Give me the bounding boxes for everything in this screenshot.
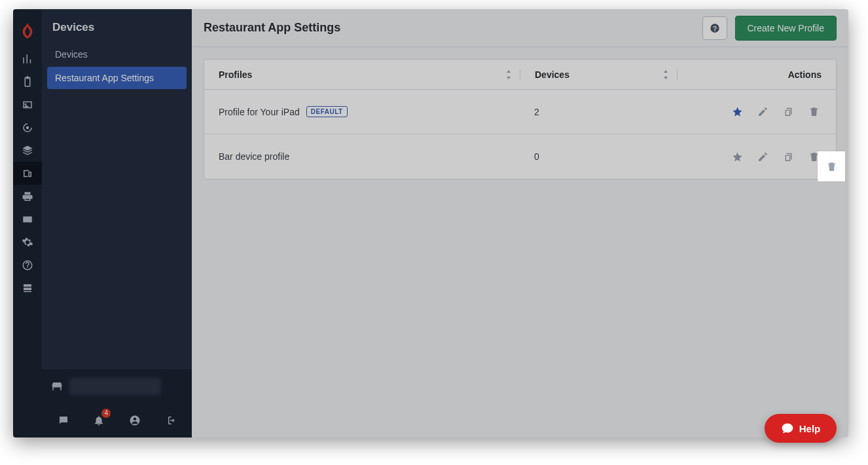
col-header-profiles[interactable]: Profiles — [204, 69, 520, 80]
icon-rail — [13, 9, 42, 437]
page-help-button[interactable] — [702, 16, 727, 40]
star-icon — [732, 151, 743, 162]
footer-chat-icon[interactable] — [53, 410, 74, 431]
table-row: Profile for Your iPad DEFAULT 2 — [204, 90, 836, 134]
nav-server-icon[interactable] — [13, 276, 42, 299]
profiles-table: Profiles Devices Actions Profile for You… — [204, 59, 837, 179]
question-circle-icon — [710, 23, 720, 33]
main: Restaurant App Settings Create New Profi… — [192, 9, 848, 437]
store-switcher[interactable] — [42, 369, 192, 403]
profile-name: Profile for Your iPad — [219, 107, 300, 117]
store-icon — [51, 381, 63, 392]
delete-button[interactable] — [806, 104, 822, 120]
nav-layers-icon[interactable] — [13, 139, 42, 162]
svg-point-0 — [26, 126, 29, 129]
page-title: Restaurant App Settings — [204, 21, 702, 35]
col-header-devices[interactable]: Devices — [520, 69, 677, 80]
edit-button[interactable] — [755, 104, 770, 120]
footer-account-icon[interactable] — [124, 410, 145, 431]
delete-button-highlighted[interactable] — [818, 151, 845, 181]
copy-icon — [783, 151, 794, 162]
main-header: Restaurant App Settings Create New Profi… — [192, 9, 848, 47]
footer-notifications-icon[interactable]: 4 — [88, 410, 109, 431]
table-row: Bar device profile 0 — [204, 134, 836, 179]
duplicate-button[interactable] — [780, 149, 796, 164]
pencil-icon — [757, 151, 769, 162]
nav-devices-icon[interactable] — [13, 162, 42, 185]
sort-icon — [505, 70, 512, 79]
edit-button[interactable] — [755, 149, 770, 164]
footer-logout-icon[interactable] — [160, 410, 181, 431]
help-fab[interactable]: Help — [765, 414, 837, 443]
nav-settings-icon[interactable] — [13, 231, 42, 253]
nav-clipboard-icon[interactable] — [13, 70, 42, 93]
device-count: 0 — [534, 151, 539, 162]
copy-icon — [783, 106, 794, 117]
sort-icon — [662, 70, 669, 79]
profile-name: Bar device profile — [219, 151, 289, 162]
nav-id-icon[interactable] — [13, 93, 42, 116]
nav-card-icon[interactable] — [13, 208, 42, 231]
table-header: Profiles Devices Actions — [204, 60, 836, 90]
star-icon — [732, 106, 743, 117]
device-count: 2 — [534, 107, 539, 117]
sidebar-item-devices[interactable]: Devices — [47, 43, 187, 65]
create-new-profile-button[interactable]: Create New Profile — [735, 16, 837, 41]
default-badge: DEFAULT — [306, 106, 348, 117]
trash-icon — [808, 106, 820, 117]
sidebar-title: Devices — [42, 9, 192, 43]
chat-icon — [781, 422, 794, 435]
nav-printer-icon[interactable] — [13, 185, 42, 208]
col-header-actions: Actions — [677, 69, 836, 80]
sidebar-footer: 4 — [42, 369, 192, 437]
svg-point-2 — [133, 418, 136, 421]
store-name-redacted — [69, 378, 161, 395]
set-default-button[interactable] — [729, 104, 745, 120]
notification-badge: 4 — [101, 409, 111, 418]
pencil-icon — [757, 106, 769, 117]
set-default-button[interactable] — [729, 149, 745, 164]
sidebar: Devices Devices Restaurant App Settings … — [42, 9, 192, 437]
trash-icon — [826, 161, 837, 172]
sidebar-item-restaurant-app-settings[interactable]: Restaurant App Settings — [47, 67, 187, 89]
duplicate-button[interactable] — [780, 104, 796, 120]
logo-icon[interactable] — [13, 14, 42, 47]
nav-analytics-icon[interactable] — [13, 47, 42, 70]
nav-coin-icon[interactable] — [13, 116, 42, 139]
nav-help-icon[interactable] — [13, 253, 42, 276]
